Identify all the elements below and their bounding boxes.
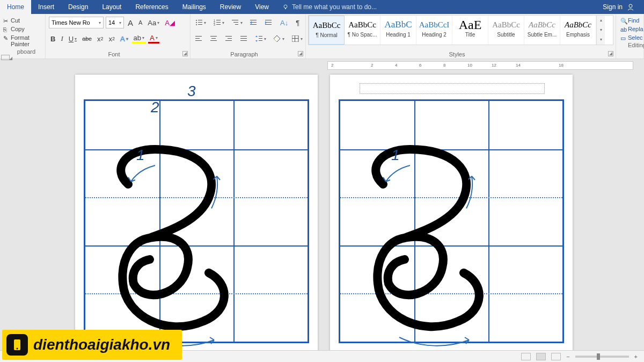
italic-button[interactable]: I <box>59 34 64 43</box>
svg-rect-37 <box>259 38 262 39</box>
svg-rect-4 <box>198 20 202 20</box>
underline-button[interactable]: U <box>67 35 78 43</box>
group-label-font: Font <box>46 51 182 57</box>
stroke-number-2: 2 <box>151 99 159 116</box>
show-marks-button[interactable]: ¶ <box>294 19 301 27</box>
sign-in-link[interactable]: Sign in <box>593 0 644 14</box>
paragraph-dialog-launcher[interactable]: ◢ <box>298 51 303 56</box>
justify-button[interactable] <box>239 35 250 42</box>
align-right-button[interactable] <box>224 35 235 42</box>
text-insertion-area[interactable] <box>360 83 545 94</box>
tab-references[interactable]: References <box>128 0 175 14</box>
tell-me-search[interactable]: Tell me what you want to do... <box>276 0 377 14</box>
tab-design[interactable]: Design <box>61 0 95 14</box>
ribbon: ✂Cut ⎘Copy ✎Format Painter pboard ◢ Time… <box>0 14 644 59</box>
styles-dialog-launcher[interactable]: ◢ <box>608 51 613 56</box>
lightbulb-icon <box>282 4 289 10</box>
cursive-letter-e-hat <box>101 133 284 359</box>
copy-icon: ⎘ <box>3 26 9 32</box>
find-button[interactable]: 🔍Find <box>619 16 640 25</box>
menu-tabs: Home Insert Design Layout References Mai… <box>0 0 644 14</box>
page-2: 1 <box>330 75 573 362</box>
replace-button[interactable]: abRepla <box>619 25 640 33</box>
bold-button[interactable]: B <box>49 35 57 43</box>
svg-point-2 <box>629 4 632 8</box>
tab-mailings[interactable]: Mailings <box>175 0 213 14</box>
numbering-button[interactable]: 123 <box>212 19 226 26</box>
change-case-button[interactable]: Aa <box>146 19 161 27</box>
grow-font-button[interactable]: A <box>126 18 135 27</box>
handwriting-grid-left: 1 2 3 <box>84 99 309 343</box>
page-1: 1 2 3 <box>75 75 318 362</box>
find-icon: 🔍 <box>620 18 626 23</box>
tab-review[interactable]: Review <box>213 0 248 14</box>
decrease-indent-button[interactable] <box>248 19 259 26</box>
style-emphasis[interactable]: AaBbCcEmphasis <box>560 16 596 45</box>
multilevel-list-button[interactable] <box>230 19 244 26</box>
align-center-button[interactable] <box>209 35 219 42</box>
stroke-number-3: 3 <box>187 83 196 100</box>
align-left-button[interactable] <box>194 35 204 42</box>
style-title[interactable]: AaETitle <box>452 16 488 45</box>
styles-gallery: AaBbCc¶ Normal AaBbCc¶ No Spac... AaBbCH… <box>308 15 613 45</box>
increase-indent-button[interactable] <box>264 19 274 26</box>
paintbrush-icon: ✎ <box>3 35 9 40</box>
font-size-combo[interactable]: 14▾ <box>106 17 124 28</box>
svg-rect-33 <box>240 36 247 37</box>
highlight-button[interactable]: ab <box>132 34 146 44</box>
svg-rect-6 <box>198 22 202 23</box>
style-no-spacing[interactable]: AaBbCc¶ No Spac... <box>345 16 380 45</box>
read-mode-button[interactable] <box>521 353 531 360</box>
style-heading-1[interactable]: AaBbCHeading 1 <box>380 16 416 45</box>
group-font: Times New Ro▾ 14▾ A A Aa A◢ B I U abc x2… <box>46 14 191 59</box>
tab-insert[interactable]: Insert <box>31 0 61 14</box>
subscript-button[interactable]: x2 <box>96 35 105 43</box>
watermark-text: dienthoaigiakho.vn <box>33 336 170 353</box>
bullets-button[interactable] <box>194 19 208 26</box>
strikethrough-button[interactable]: abc <box>80 35 93 42</box>
svg-point-3 <box>196 20 197 21</box>
group-label-editing: Editing <box>619 41 640 49</box>
web-layout-button[interactable] <box>551 353 561 360</box>
svg-rect-28 <box>211 38 216 39</box>
superscript-button[interactable]: x2 <box>107 35 116 43</box>
svg-point-5 <box>196 22 197 23</box>
line-spacing-button[interactable] <box>254 35 268 42</box>
svg-rect-26 <box>195 40 202 41</box>
svg-rect-31 <box>228 38 232 39</box>
svg-rect-21 <box>265 20 272 20</box>
clipboard-dialog-launcher[interactable]: ◢ <box>1 55 10 60</box>
tab-view[interactable]: View <box>248 0 276 14</box>
copy-button[interactable]: ⎘Copy <box>3 25 42 33</box>
svg-rect-12 <box>216 22 221 23</box>
clear-formatting-button[interactable]: A◢ <box>163 19 177 27</box>
style-heading-2[interactable]: AaBbCcIHeading 2 <box>416 16 452 45</box>
text-effects-button[interactable]: A <box>119 35 130 43</box>
print-layout-button[interactable] <box>536 353 546 360</box>
font-dialog-launcher[interactable]: ◢ <box>182 51 188 56</box>
scissors-icon: ✂ <box>3 18 9 23</box>
group-label-paragraph: Paragraph <box>191 51 298 57</box>
format-painter-button[interactable]: ✎Format Painter <box>3 33 42 48</box>
handwriting-grid-right: 1 <box>339 99 564 343</box>
document-area[interactable]: 1 2 3 1 <box>0 61 644 362</box>
zoom-in-button[interactable]: + <box>634 353 638 360</box>
font-color-button[interactable]: A <box>148 34 159 44</box>
zoom-slider[interactable] <box>575 356 629 358</box>
borders-button[interactable] <box>290 35 304 42</box>
font-name-combo[interactable]: Times New Ro▾ <box>49 17 104 28</box>
style-normal[interactable]: AaBbCc¶ Normal <box>309 16 345 45</box>
cut-button[interactable]: ✂Cut <box>3 16 42 25</box>
style-subtle-emphasis[interactable]: AaBbCcSubtle Em... <box>524 16 560 45</box>
svg-point-0 <box>284 5 287 8</box>
styles-gallery-more[interactable]: ▴▾▾ <box>596 16 605 45</box>
tab-home[interactable]: Home <box>0 0 31 14</box>
shading-button[interactable] <box>272 35 286 42</box>
group-paragraph: 123 A↓ ¶ Paragraph ◢ <box>191 14 306 59</box>
shrink-font-button[interactable]: A <box>137 19 144 26</box>
svg-rect-24 <box>195 36 202 37</box>
zoom-out-button[interactable]: − <box>566 353 569 360</box>
sort-button[interactable]: A↓ <box>279 19 290 27</box>
tab-layout[interactable]: Layout <box>95 0 128 14</box>
style-subtitle[interactable]: AaBbCcSubtitle <box>488 16 524 45</box>
